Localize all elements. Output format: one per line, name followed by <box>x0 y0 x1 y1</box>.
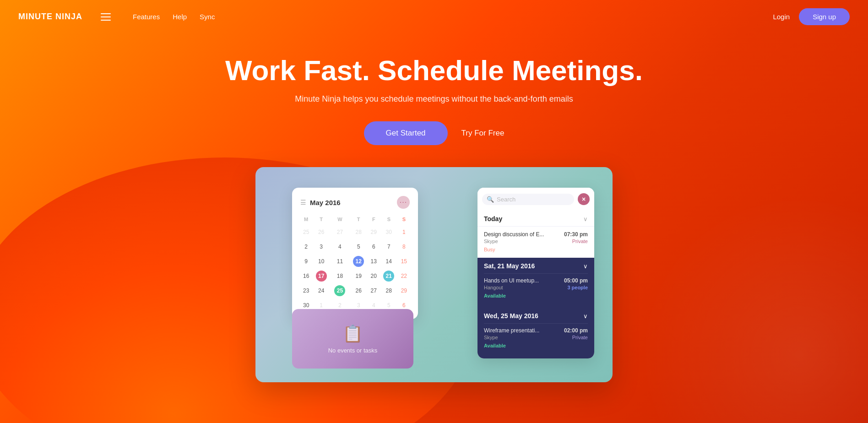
sat-section-header: Sat, 21 May 2016 ∨ <box>484 262 588 273</box>
cal-day: 14 <box>380 254 398 269</box>
cal-day: 30 <box>380 225 398 239</box>
event-item-meta: Skype Private <box>484 239 588 244</box>
calendar-more-icon: ··· <box>400 198 407 206</box>
cal-day: 18 <box>331 269 349 283</box>
calendar-grid: M T W T F S S 25 <box>300 215 410 313</box>
cal-day: 17 <box>312 269 331 283</box>
hero-section: MINUTE NINJA Features Help Sync Login Si… <box>0 0 868 423</box>
cal-day: 7 <box>380 239 398 254</box>
event-available-row: Available <box>484 341 588 349</box>
cal-day: 20 <box>368 269 380 283</box>
events-card: 🔍 Search × Today ∨ Design discussion of … <box>477 188 594 358</box>
calendar-title-row: ☰ May 2016 <box>300 199 341 206</box>
event-priv: Private <box>572 335 588 340</box>
hero-subtitle: Minute Ninja helps you schedule meetings… <box>0 94 868 104</box>
cal-day: 11 <box>331 254 349 269</box>
navbar: MINUTE NINJA Features Help Sync Login Si… <box>0 0 868 33</box>
hamburger-menu[interactable] <box>101 13 111 21</box>
event-busy-row: Busy <box>484 245 588 253</box>
cal-day: 9 <box>300 254 312 269</box>
no-events-text: No events or tasks <box>328 347 378 354</box>
cal-day: 25 <box>331 283 349 298</box>
hero-cta: Get Started Try For Free <box>0 121 868 145</box>
today-section-header: Today ∨ <box>477 211 594 226</box>
cal-header-sun: S <box>398 215 410 225</box>
calendar-card: ☰ May 2016 ··· M T W T <box>292 188 418 319</box>
event-item-row: Wireframe presentati... 02:00 pm <box>484 327 588 334</box>
nav-features[interactable]: Features <box>133 13 160 21</box>
login-link[interactable]: Login <box>773 13 790 21</box>
cal-day-highlight: 25 <box>334 285 345 296</box>
cal-day-highlight: 17 <box>316 271 327 282</box>
event-item: Design discussion of E... 07:30 pm Skype… <box>477 226 594 258</box>
cal-day: 26 <box>312 225 331 239</box>
event-name: Hands on UI meetup... <box>484 277 539 284</box>
events-search-row: 🔍 Search × <box>477 188 594 211</box>
event-item-row: Hands on UI meetup... 05:00 pm <box>484 277 588 284</box>
event-name: Wireframe presentati... <box>484 327 539 334</box>
sat-section-arrow: ∨ <box>583 263 588 270</box>
cal-day: 27 <box>331 225 349 239</box>
cal-day: 6 <box>368 239 380 254</box>
event-item-meta: Hangout 3 people <box>484 285 588 290</box>
cal-day: 28 <box>380 283 398 298</box>
wed-section-title: Wed, 25 May 2016 <box>484 312 538 320</box>
table-row: 2 3 4 5 6 7 8 <box>300 239 410 254</box>
table-row: 23 24 25 26 27 28 29 <box>300 283 410 298</box>
cal-day-highlight: 12 <box>353 256 364 267</box>
event-time: 02:00 pm <box>564 327 588 334</box>
calendar-menu-icon: ☰ <box>300 199 306 206</box>
search-bar[interactable]: 🔍 Search <box>482 194 574 205</box>
cal-header-s: S <box>380 215 398 225</box>
cal-day: 21 <box>380 269 398 283</box>
event-status-label: Private <box>572 239 588 244</box>
event-item-row: Design discussion of E... 07:30 pm <box>484 231 588 238</box>
cal-day: 22 <box>398 269 410 283</box>
event-time: 05:00 pm <box>564 277 588 284</box>
cal-day: 26 <box>349 283 368 298</box>
cal-header-t1: T <box>312 215 331 225</box>
event-type: Skype <box>484 239 498 244</box>
event-type: Hangout <box>484 285 503 290</box>
event-item-meta: Skype Private <box>484 335 588 340</box>
wed-section: Wed, 25 May 2016 ∨ Wireframe presentati.… <box>477 309 594 358</box>
screenshots-container: ☰ May 2016 ··· M T W T <box>255 167 613 382</box>
cal-day: 5 <box>349 239 368 254</box>
nav-help[interactable]: Help <box>173 13 187 21</box>
cal-day: 29 <box>368 225 380 239</box>
no-events-card: 📋 No events or tasks <box>292 309 413 369</box>
event-type: Skype <box>484 335 498 340</box>
signup-button[interactable]: Sign up <box>799 8 850 25</box>
cal-header-t2: T <box>349 215 368 225</box>
event-name: Design discussion of E... <box>484 231 544 238</box>
cal-day-highlight: 21 <box>383 271 394 282</box>
event-available-row: Available <box>484 291 588 299</box>
today-section-title: Today <box>484 215 502 222</box>
cal-day: 19 <box>349 269 368 283</box>
cal-day: 15 <box>398 254 410 269</box>
try-free-button[interactable]: Try For Free <box>461 129 505 138</box>
sat-section-title: Sat, 21 May 2016 <box>484 262 535 270</box>
cal-header-w: W <box>331 215 349 225</box>
close-button[interactable]: × <box>578 193 590 205</box>
hero-title: Work Fast. Schedule Meetings. <box>0 55 868 86</box>
wed-section-header: Wed, 25 May 2016 ∨ <box>484 312 588 323</box>
event-available: Available <box>484 293 506 298</box>
event-item: Wireframe presentati... 02:00 pm Skype P… <box>484 323 588 353</box>
search-icon: 🔍 <box>487 196 494 203</box>
cal-day: 28 <box>349 225 368 239</box>
calendar-more-button[interactable]: ··· <box>397 196 410 209</box>
cal-day: 25 <box>300 225 312 239</box>
cal-day: 12 <box>349 254 368 269</box>
cal-day: 8 <box>398 239 410 254</box>
get-started-button[interactable]: Get Started <box>364 121 448 145</box>
cal-day: 16 <box>300 269 312 283</box>
cal-day: 4 <box>331 239 349 254</box>
cal-header-m: M <box>300 215 312 225</box>
no-events-icon: 📋 <box>342 324 363 343</box>
nav-sync[interactable]: Sync <box>200 13 215 21</box>
cal-day: 23 <box>300 283 312 298</box>
cal-day: 10 <box>312 254 331 269</box>
wed-section-arrow: ∨ <box>583 313 588 320</box>
hero-screenshots: ☰ May 2016 ··· M T W T <box>0 167 868 382</box>
